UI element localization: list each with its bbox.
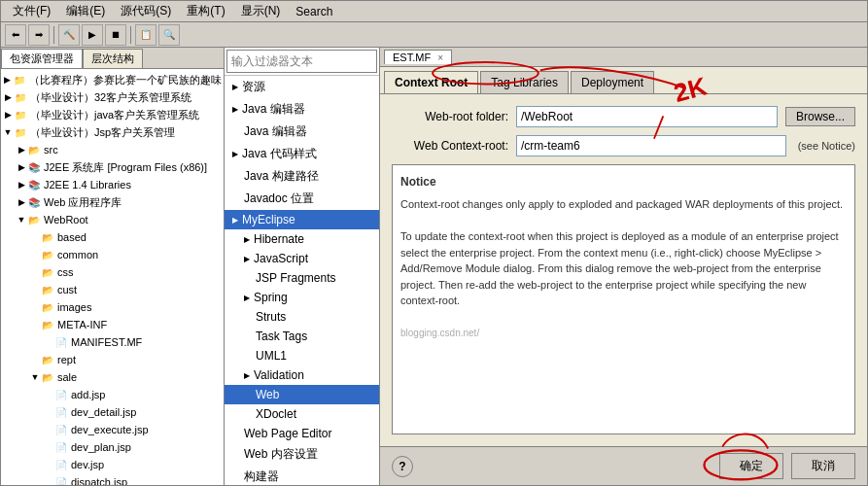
tree-item[interactable]: 📄dev.jsp: [3, 456, 222, 473]
menu-source[interactable]: 源代码(S): [113, 1, 179, 21]
expand-arrow-icon[interactable]: ▶: [3, 75, 12, 85]
menu-list-item[interactable]: Web 内容设置: [225, 443, 379, 466]
notice-content: Context-root changes only apply to explo…: [400, 196, 847, 341]
tree-item[interactable]: 📄dev_detail.jsp: [3, 403, 222, 421]
tree-item[interactable]: 📂images: [3, 298, 222, 316]
file-icon: 📄: [53, 422, 69, 437]
tree-item[interactable]: 📂based: [3, 228, 222, 246]
tree-item[interactable]: 📂rept: [3, 351, 222, 368]
menu-list-item[interactable]: JSP Fragments: [225, 268, 379, 288]
menu-list-item[interactable]: ▶Hibernate: [225, 229, 379, 249]
menu-list-item[interactable]: ▶Spring: [225, 288, 379, 307]
close-tab-icon[interactable]: ×: [437, 52, 443, 63]
tab-hierarchy[interactable]: 层次结构: [83, 49, 143, 68]
tree-area[interactable]: ▶📁（比赛程序）参赛比赛一个矿民族的趣味▶📁（毕业设计）32客户关系管理系统▶📁…: [1, 69, 224, 485]
tree-item[interactable]: 📂cust: [3, 281, 222, 298]
menu-list-item[interactable]: ▶Java 代码样式: [225, 143, 379, 165]
context-root-input[interactable]: [516, 135, 786, 156]
tree-item[interactable]: ▶📁（比赛程序）参赛比赛一个矿民族的趣味: [3, 71, 222, 88]
menu-list-item[interactable]: ▶MyEclipse: [225, 210, 379, 229]
expand-arrow-icon[interactable]: ▶: [17, 145, 26, 155]
file-icon: 📄: [53, 404, 69, 420]
menu-list-item[interactable]: 构建器: [225, 466, 379, 485]
tree-item[interactable]: ▶📚Web 应用程序库: [3, 193, 222, 211]
right-content: Web-root folder: Browse... Web Context-r…: [380, 94, 867, 446]
expand-arrow-icon[interactable]: ▶: [3, 92, 13, 102]
tree-item[interactable]: ▼📂sale: [3, 368, 222, 386]
menu-item-label: Web Page Editor: [244, 427, 332, 440]
tab-deployment[interactable]: Deployment: [571, 71, 654, 93]
tree-item[interactable]: ▶📂src: [3, 141, 222, 158]
toolbar-btn-7[interactable]: 🔍: [158, 24, 180, 46]
menu-list-item[interactable]: Java 构建路径: [225, 165, 379, 188]
menu-file[interactable]: 文件(F): [5, 1, 58, 21]
expand-arrow-icon[interactable]: ▶: [17, 197, 26, 207]
menu-list-item[interactable]: ▶Validation: [225, 365, 379, 385]
tree-item[interactable]: 📂css: [3, 263, 222, 281]
expand-arrow-icon[interactable]: ▼: [30, 372, 40, 382]
menu-list-item[interactable]: UML1: [225, 346, 379, 365]
expand-arrow-icon[interactable]: ▶: [17, 180, 26, 190]
menu-list-item[interactable]: Java 编辑器: [225, 121, 379, 143]
menu-list-item[interactable]: Web: [225, 385, 379, 404]
tree-item[interactable]: 📂META-INF: [3, 316, 222, 333]
tree-item[interactable]: 📂common: [3, 246, 222, 263]
filter-input[interactable]: [226, 50, 377, 73]
ok-button[interactable]: 确定: [719, 453, 783, 479]
expand-arrow-icon[interactable]: ▼: [17, 215, 26, 225]
file-icon: 📂: [40, 282, 55, 297]
tab-tag-libraries[interactable]: Tag Libraries: [480, 71, 569, 93]
menu-list-item[interactable]: Task Tags: [225, 327, 379, 346]
toolbar-btn-2[interactable]: ➡: [28, 24, 50, 46]
tree-item[interactable]: ▶📚J2EE 1.4 Libraries: [3, 176, 222, 193]
submenu-arrow-icon: ▶: [232, 150, 238, 158]
web-root-input[interactable]: [516, 106, 778, 127]
menu-list-item[interactable]: Web Page Editor: [225, 424, 379, 443]
menu-list-item[interactable]: Javadoc 位置: [225, 188, 379, 210]
tree-item[interactable]: ▶📁（毕业设计）java客户关系管理系统: [3, 106, 222, 123]
browse-button[interactable]: Browse...: [785, 107, 855, 126]
tree-item-label: add.jsp: [71, 389, 105, 400]
menu-list-item[interactable]: ▶资源: [225, 76, 379, 98]
toolbar-btn-1[interactable]: ⬅: [5, 24, 26, 46]
toolbar-btn-4[interactable]: ▶: [82, 24, 103, 46]
tree-item[interactable]: 📄MANIFEST.MF: [3, 333, 222, 351]
main-window: 文件(F) 编辑(E) 源代码(S) 重构(T) 显示(N) Search ⬅ …: [0, 0, 868, 486]
menu-view[interactable]: 显示(N): [233, 1, 289, 21]
tree-item[interactable]: 📄dispatch.jsp: [3, 473, 222, 485]
menu-edit[interactable]: 编辑(E): [58, 1, 113, 21]
menu-search[interactable]: Search: [288, 3, 340, 20]
tab-package-explorer[interactable]: 包资源管理器: [1, 49, 83, 68]
tree-item[interactable]: ▼📁（毕业设计）Jsp客户关系管理: [3, 123, 222, 141]
tree-item-label: sale: [57, 371, 77, 383]
menu-list-item[interactable]: ▶JavaScript: [225, 249, 379, 268]
file-icon: 📄: [53, 457, 69, 472]
tree-item[interactable]: ▼📂WebRoot: [3, 211, 222, 228]
tree-item[interactable]: ▶📁（毕业设计）32客户关系管理系统: [3, 88, 222, 106]
top-tab-manifest[interactable]: EST.MF ×: [384, 50, 452, 64]
file-icon: 📄: [53, 439, 69, 455]
expand-arrow-icon[interactable]: ▶: [17, 162, 26, 172]
tree-item[interactable]: 📄add.jsp: [3, 386, 222, 403]
help-button[interactable]: ?: [392, 456, 413, 477]
expand-arrow-icon[interactable]: ▶: [3, 110, 13, 120]
toolbar-btn-6[interactable]: 📋: [135, 24, 156, 46]
toolbar-separator-1: [53, 26, 54, 44]
menu-list: ▶资源▶Java 编辑器Java 编辑器▶Java 代码样式Java 构建路径J…: [225, 75, 379, 485]
tree-item[interactable]: ▶📚J2EE 系统库 [Program Files (x86)]: [3, 158, 222, 176]
menu-list-item[interactable]: ▶Java 编辑器: [225, 98, 379, 121]
cancel-button[interactable]: 取消: [791, 453, 855, 479]
menu-list-item[interactable]: Struts: [225, 307, 379, 327]
toolbar-btn-3[interactable]: 🔨: [58, 24, 80, 46]
menu-list-item[interactable]: XDoclet: [225, 404, 379, 424]
left-panel-tabs: 包资源管理器 层次结构: [1, 48, 224, 69]
tree-item-label: （毕业设计）Jsp客户关系管理: [30, 125, 175, 140]
tree-item[interactable]: 📄dev_execute.jsp: [3, 421, 222, 438]
toolbar-btn-5[interactable]: ⏹: [105, 24, 126, 46]
tab-context-root[interactable]: Context Root: [384, 71, 478, 93]
tree-item[interactable]: 📄dev_plan.jsp: [3, 438, 222, 456]
see-notice-text: (see Notice): [798, 140, 855, 152]
file-icon: 📄: [53, 474, 69, 485]
menu-refactor[interactable]: 重构(T): [179, 1, 232, 21]
expand-arrow-icon[interactable]: ▼: [3, 127, 13, 137]
